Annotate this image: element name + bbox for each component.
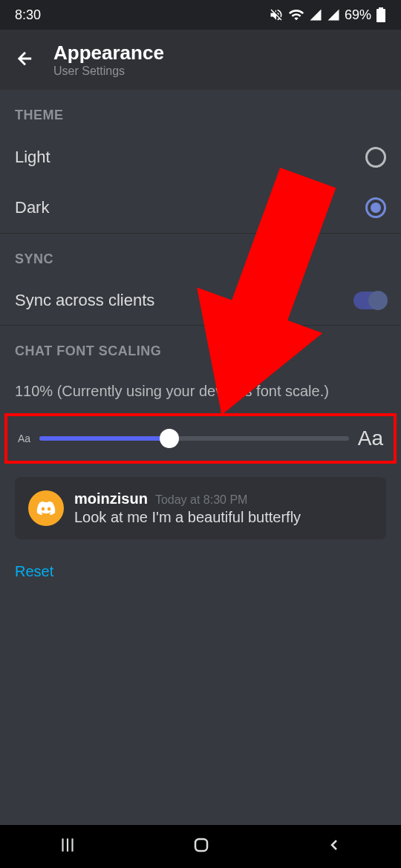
theme-light-label: Light [15, 148, 50, 167]
battery-icon [376, 7, 386, 22]
toggle-switch[interactable] [353, 292, 386, 309]
recents-icon[interactable] [58, 835, 77, 858]
battery-percent: 69% [345, 7, 371, 23]
font-scaling-header: CHAT FONT SCALING [0, 326, 401, 368]
theme-light-row[interactable]: Light [0, 132, 401, 183]
wifi-icon [288, 7, 304, 23]
theme-section-header: THEME [0, 90, 401, 132]
font-slider[interactable] [39, 436, 349, 441]
svg-rect-1 [379, 7, 383, 9]
svg-rect-4 [195, 839, 207, 851]
radio-selected-icon[interactable] [365, 197, 386, 218]
chat-preview: moinzisun Today at 8:30 PM Look at me I'… [15, 477, 386, 539]
theme-dark-row[interactable]: Dark [0, 183, 401, 233]
status-time: 8:30 [15, 7, 41, 23]
font-large-label: Aa [358, 427, 383, 450]
home-icon[interactable] [192, 836, 210, 857]
font-small-label: Aa [18, 433, 30, 444]
signal-icon [309, 8, 322, 22]
mute-icon [269, 7, 284, 22]
svg-rect-2 [377, 13, 385, 22]
sync-label: Sync across clients [15, 291, 154, 310]
page-subtitle: User Settings [53, 65, 164, 78]
preview-username: moinzisun [74, 490, 148, 507]
radio-unselected-icon[interactable] [365, 147, 386, 168]
sync-row[interactable]: Sync across clients [0, 276, 401, 325]
status-bar: 8:30 69% [0, 0, 401, 30]
font-scale-status: 110% (Currently using your device's font… [0, 368, 401, 407]
preview-message: Look at me I'm a beautiful butterfly [74, 509, 373, 526]
app-header: Appearance User Settings [0, 30, 401, 90]
back-icon[interactable] [15, 48, 36, 72]
avatar [28, 490, 64, 526]
back-nav-icon[interactable] [325, 836, 343, 857]
preview-timestamp: Today at 8:30 PM [155, 493, 248, 507]
nav-bar [0, 825, 401, 868]
slider-thumb[interactable] [160, 429, 179, 448]
font-slider-container: Aa Aa [4, 413, 397, 464]
page-title: Appearance [53, 42, 164, 65]
signal-icon-2 [327, 8, 340, 22]
theme-dark-label: Dark [15, 198, 49, 217]
status-icons: 69% [269, 7, 386, 23]
sync-section-header: SYNC [0, 234, 401, 276]
reset-link[interactable]: Reset [0, 553, 401, 591]
